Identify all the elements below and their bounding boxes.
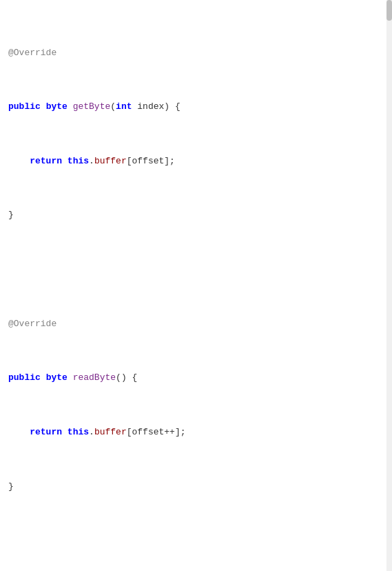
code-line-6: @Override: [8, 317, 384, 331]
code-line-7: public byte readByte() {: [8, 371, 384, 385]
keyword-return: return: [30, 156, 62, 166]
code-line-1: @Override: [8, 46, 384, 60]
this-keyword2: this: [68, 427, 89, 437]
scrollbar[interactable]: [386, 0, 392, 571]
keyword-byte2: byte: [46, 372, 68, 383]
field-buffer: buffer: [94, 156, 127, 166]
annotation: @Override: [8, 48, 56, 58]
field-buffer2: buffer: [94, 427, 127, 437]
code-line-8: return this.buffer[offset++];: [8, 425, 384, 439]
code-container: @Override public byte getByte(int index)…: [0, 0, 392, 571]
code-line-10: [8, 534, 384, 548]
this-keyword: this: [68, 156, 89, 166]
keyword-public: public: [8, 101, 41, 112]
keyword-return2: return: [30, 427, 62, 437]
method-readByte: readByte: [73, 372, 116, 383]
code-line-3: return this.buffer[offset];: [8, 154, 384, 168]
keyword-int: int: [116, 101, 132, 112]
keyword-public2: public: [8, 372, 41, 383]
method-getByte: getByte: [73, 101, 111, 112]
keyword-byte: byte: [46, 101, 68, 112]
code-line-5: [8, 263, 384, 277]
code-line-4: }: [8, 208, 384, 222]
code-line-2: public byte getByte(int index) {: [8, 100, 384, 114]
scrollbar-thumb[interactable]: [386, 0, 392, 21]
code-line-9: }: [8, 480, 384, 494]
annotation-2: @Override: [8, 319, 56, 329]
